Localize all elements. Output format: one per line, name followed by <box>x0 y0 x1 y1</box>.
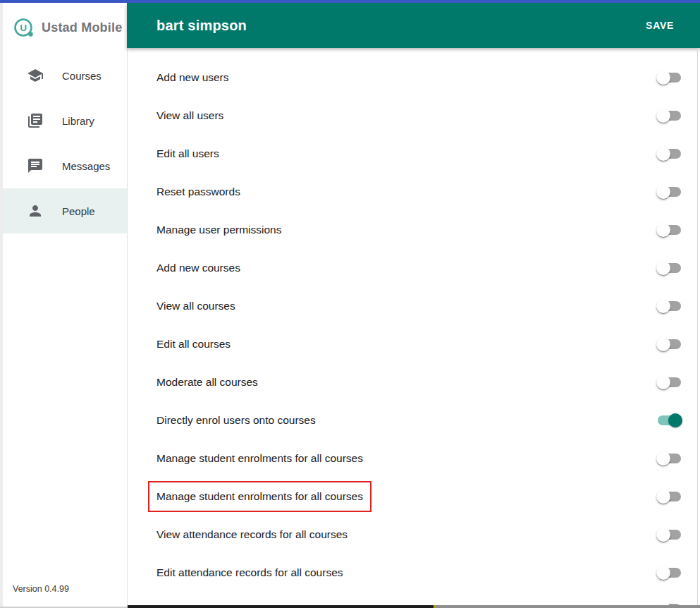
sidebar-nav: Courses Library Messages People <box>3 53 127 233</box>
permission-label: Manage user permissions <box>156 224 281 236</box>
toggle-thumb <box>656 528 670 542</box>
window-top-edge <box>0 0 700 3</box>
permission-row: Manage user permissions <box>128 211 700 249</box>
permission-label: View attendance records for all courses <box>156 528 348 541</box>
toggle-thumb <box>656 337 670 351</box>
ustad-mobile-logo-icon: U <box>12 16 36 40</box>
permission-row: Add new users <box>128 59 700 97</box>
permission-label: View all courses <box>156 300 235 312</box>
toggle-thumb <box>656 261 670 275</box>
toggle-switch[interactable] <box>656 147 682 161</box>
toggle-thumb <box>656 566 670 580</box>
permission-row: Manage student enrolments for all course… <box>128 478 700 516</box>
permission-label: Edit all users <box>156 147 219 160</box>
sidebar: U Ustad Mobile Courses Library Messages … <box>3 3 128 607</box>
permission-row: Edit all users <box>128 135 700 173</box>
toggle-switch[interactable] <box>656 375 682 389</box>
toggle-thumb <box>656 109 670 123</box>
app-title: Ustad Mobile <box>42 20 122 35</box>
toggle-switch[interactable] <box>656 261 682 275</box>
permission-row: Directly enrol users onto courses <box>128 401 700 439</box>
toggle-switch[interactable] <box>656 71 682 85</box>
toggle-switch[interactable] <box>656 528 682 542</box>
toggle-switch[interactable] <box>656 413 682 427</box>
permission-row: Edit all courses <box>128 325 700 363</box>
permission-label: Directly enrol users onto courses <box>156 414 316 427</box>
toggle-thumb <box>656 223 670 237</box>
messages-chat-icon <box>27 157 44 174</box>
toggle-thumb <box>668 413 682 427</box>
sidebar-item-messages[interactable]: Messages <box>3 143 127 188</box>
app-bar: bart simpson SAVE <box>127 3 700 48</box>
permission-label: Reset passwords <box>156 186 240 198</box>
permission-label: Add new courses <box>156 262 240 274</box>
permission-row: View attendance records for all courses <box>128 516 700 554</box>
sidebar-item-label: Courses <box>62 70 102 82</box>
page-title: bart simpson <box>156 18 247 34</box>
toggle-switch[interactable] <box>656 299 682 313</box>
toggle-switch[interactable] <box>656 185 682 199</box>
sidebar-item-label: Messages <box>62 160 110 172</box>
permission-row: Edit attendance records for all courses <box>128 554 700 592</box>
people-person-icon <box>27 202 44 219</box>
permissions-list: Add new users View all users Edit all us… <box>128 48 700 608</box>
permission-row: Moderate all courses <box>128 363 700 401</box>
permission-label: Add new users <box>156 71 229 84</box>
sidebar-item-library[interactable]: Library <box>3 98 127 143</box>
permission-row: View all users <box>128 97 700 135</box>
toggle-thumb <box>656 185 670 199</box>
sidebar-item-courses[interactable]: Courses <box>3 53 127 98</box>
permission-label: Edit attendance records for all courses <box>156 566 343 579</box>
permission-row: Manage student enrolments for all course… <box>128 439 700 478</box>
version-label: Version 0.4.99 <box>13 584 69 594</box>
permission-label: Moderate all courses <box>156 376 258 389</box>
permission-label-highlighted: Manage student enrolments for all course… <box>148 481 372 512</box>
toggle-thumb <box>656 375 670 389</box>
app-logo: U Ustad Mobile <box>3 3 127 53</box>
library-books-icon <box>27 112 44 129</box>
toggle-thumb <box>656 451 670 466</box>
taskbar-edge-gray <box>436 605 700 608</box>
permission-label: Manage student enrolments for all course… <box>156 452 363 465</box>
toggle-switch[interactable] <box>656 337 682 351</box>
toggle-thumb <box>656 299 670 313</box>
sidebar-item-label: People <box>62 205 95 217</box>
window-right-edge <box>697 49 698 605</box>
svg-text:U: U <box>20 23 27 33</box>
permission-label: Edit all courses <box>156 338 231 351</box>
sidebar-item-people[interactable]: People <box>3 188 127 233</box>
toggle-thumb <box>656 71 670 85</box>
toggle-thumb <box>656 147 670 161</box>
permission-label: View all users <box>156 109 223 122</box>
toggle-thumb <box>656 490 670 504</box>
courses-school-icon <box>27 67 44 84</box>
save-button[interactable]: SAVE <box>643 16 677 35</box>
toggle-switch[interactable] <box>656 223 682 237</box>
toggle-switch[interactable] <box>656 490 682 504</box>
permission-row: Add new courses <box>128 249 700 287</box>
permission-row: Reset passwords <box>128 173 700 211</box>
toggle-switch[interactable] <box>656 109 682 123</box>
taskbar-edge <box>128 605 434 608</box>
toggle-switch[interactable] <box>656 451 682 466</box>
permission-row: View all courses <box>128 287 700 325</box>
sidebar-item-label: Library <box>62 115 94 127</box>
toggle-switch[interactable] <box>656 566 682 580</box>
